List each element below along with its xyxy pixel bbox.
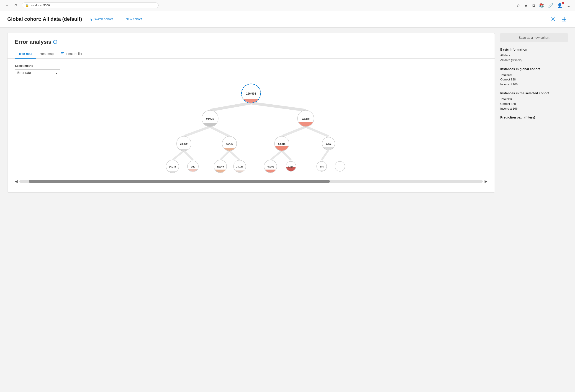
svg-point-64 [335, 161, 345, 172]
plus-icon: + [122, 17, 124, 22]
selected-cohort-section: Instances in the selected cohort Total 9… [500, 91, 568, 111]
extensions-icon[interactable]: 🧷 [547, 2, 554, 9]
split-view-icon[interactable]: ⧉ [531, 2, 536, 9]
feature-list-bars-icon [61, 52, 64, 55]
tree-node-n13[interactable]: 3/36 [317, 161, 327, 172]
right-panel: Save as a new cohort Basic Information A… [495, 33, 568, 193]
tab-feature-list[interactable]: Feature list [57, 50, 86, 59]
basic-info-title: Basic Information [500, 48, 568, 51]
address-bar: 🔒 localhost:5000 [22, 2, 159, 8]
edge-n5-n11 [270, 151, 282, 160]
tab-tree-map[interactable]: Tree map [15, 50, 36, 59]
scroll-thumb[interactable] [29, 180, 330, 183]
edge-root-n2 [251, 103, 306, 110]
settings-button[interactable] [550, 16, 557, 23]
refresh-button[interactable]: ⟳ [13, 2, 19, 9]
prediction-path-title: Prediction path (filters) [500, 116, 568, 119]
selected-cohort-title: Instances in the selected cohort [500, 91, 568, 95]
tree-node-n5[interactable]: 62/216 [275, 136, 289, 151]
tree-node-n4[interactable]: 71/436 [222, 136, 237, 151]
svg-rect-9 [241, 99, 261, 103]
tab-heat-map[interactable]: Heat map [36, 50, 57, 59]
tree-node-n6[interactable]: 10/62 [322, 137, 335, 150]
edge-n3-n8 [184, 151, 193, 160]
tabs-container: Tree map Heat map Feature list [7, 50, 495, 59]
svg-text:3/36: 3/36 [320, 166, 324, 168]
card-header: Error analysis i [7, 33, 495, 45]
global-correct: Correct 828 [500, 77, 568, 82]
selected-total: Total 994 [500, 97, 568, 102]
tree-node-n2[interactable]: 72/278 [298, 110, 314, 127]
tree-node-root[interactable]: 166/994 [241, 84, 261, 103]
scroll-left-arrow[interactable]: ◀ [15, 179, 18, 183]
svg-text:23/280: 23/280 [180, 143, 188, 145]
svg-text:71/436: 71/436 [226, 143, 233, 145]
grid-icon [562, 17, 566, 22]
svg-text:18/187: 18/187 [236, 166, 243, 168]
selected-incorrect: Incorrect 166 [500, 106, 568, 111]
tree-node-n7[interactable]: 14/235 [166, 160, 179, 173]
header-left: Global cohort: All data (default) ⇆ Swit… [7, 16, 144, 23]
svg-text:94/716: 94/716 [206, 117, 214, 120]
scroll-area: ◀ ▶ [7, 175, 495, 187]
more-options-icon[interactable]: … [565, 2, 571, 9]
analysis-card: Error analysis i Tree map Heat map Featu… [7, 33, 495, 193]
back-button[interactable]: ← [4, 2, 10, 9]
svg-text:48/191: 48/191 [267, 166, 274, 168]
edge-n1-n3 [184, 127, 210, 136]
save-cohort-button[interactable]: Save as a new cohort [500, 33, 568, 42]
gear-icon [551, 17, 555, 22]
metric-select-value: Error rate [17, 71, 31, 74]
tree-node-n9[interactable]: 53/249 [214, 160, 227, 173]
svg-text:9/45: 9/45 [191, 166, 195, 168]
browser-chrome: ← ⟳ 🔒 localhost:5000 ☆ ★ ⧉ 📚 🧷 👤 1 … [0, 0, 575, 11]
svg-rect-4 [61, 52, 64, 53]
grid-view-button[interactable] [560, 16, 568, 23]
svg-rect-6 [61, 55, 64, 55]
scroll-track[interactable] [19, 180, 483, 183]
tree-node-n3[interactable]: 23/280 [177, 136, 191, 151]
edge-n2-n5 [282, 127, 306, 136]
new-cohort-button[interactable]: + New cohort [120, 16, 144, 23]
bookmark-icon[interactable]: ☆ [516, 2, 521, 9]
edge-root-n1 [210, 103, 251, 110]
chevron-down-icon: ⌄ [55, 71, 58, 74]
edge-n4-n10 [229, 151, 240, 160]
tree-node-n10[interactable]: 18/187 [234, 160, 246, 172]
tree-node-n8[interactable]: 9/45 [188, 161, 198, 172]
new-cohort-label: New cohort [126, 17, 142, 21]
svg-text:14/235: 14/235 [169, 166, 176, 168]
svg-rect-22 [177, 149, 191, 151]
tree-node-partial [335, 161, 345, 172]
tree-node-n1[interactable]: 94/716 [202, 110, 218, 127]
edge-n6-n13 [322, 150, 329, 160]
info-icon[interactable]: i [53, 40, 57, 44]
select-metric-area: Select metric Error rate ⌄ [7, 59, 495, 80]
metric-select-dropdown[interactable]: Error rate ⌄ [15, 69, 60, 76]
error-analysis-title: Error analysis [15, 39, 51, 45]
svg-text:10/62: 10/62 [326, 143, 331, 145]
svg-rect-26 [222, 148, 237, 151]
edge-n1-n4 [210, 127, 229, 136]
notification-badge: 1 [562, 2, 564, 4]
edge-n5-n12 [282, 151, 291, 160]
tab-heat-map-label: Heat map [40, 52, 53, 56]
basic-info-section: Basic Information All data All data (0 f… [500, 48, 568, 63]
lock-icon: 🔒 [25, 4, 29, 7]
tree-node-n12[interactable]: 14/25 [286, 161, 296, 172]
global-cohort-title: Instances in global cohort [500, 67, 568, 71]
prediction-path-section: Prediction path (filters) [500, 116, 568, 119]
svg-text:62/216: 62/216 [278, 143, 286, 145]
scroll-right-arrow[interactable]: ▶ [484, 179, 487, 183]
switch-cohort-button[interactable]: ⇆ Switch cohort [88, 16, 115, 22]
edge-n3-n7 [172, 151, 184, 160]
global-cohort-section: Instances in global cohort Total 994 Cor… [500, 67, 568, 87]
reader-mode-icon[interactable]: 📚 [538, 2, 545, 9]
save-cohort-label: Save as a new cohort [519, 36, 550, 39]
select-metric-label: Select metric [15, 64, 487, 68]
svg-rect-0 [562, 17, 564, 19]
favorites-icon[interactable]: ★ [523, 2, 529, 9]
edge-n4-n9 [220, 151, 229, 160]
tree-svg: 166/994 94/716 72/278 [15, 80, 487, 175]
tree-node-n11[interactable]: 48/191 [264, 160, 277, 173]
